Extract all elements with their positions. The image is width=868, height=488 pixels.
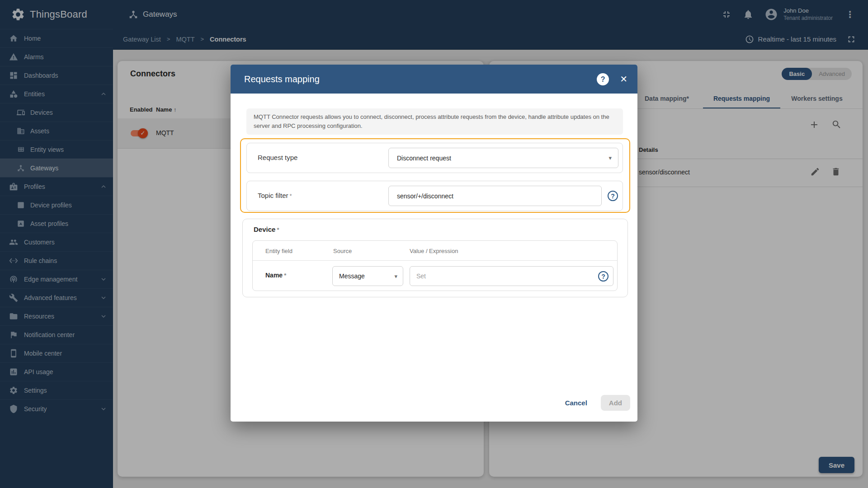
value-expression-input[interactable]	[411, 272, 598, 280]
device-section: Device* Entity field Source Value / Expr…	[242, 219, 628, 297]
request-type-card: Request type Disconnect request ▾	[246, 143, 623, 173]
device-name-row: Name* Message ▾ ?	[253, 261, 617, 291]
request-type-value: Disconnect request	[397, 155, 451, 162]
column-source: Source	[333, 248, 352, 254]
required-marker: *	[277, 226, 279, 233]
topic-filter-input[interactable]	[388, 186, 602, 206]
column-entity-field: Entity field	[265, 248, 292, 254]
device-table-header: Entity field Source Value / Expression	[253, 241, 617, 261]
request-type-label: Request type	[258, 154, 297, 161]
dialog-header: Requests mapping ? ✕	[231, 65, 637, 94]
entity-field-name-label: Name*	[265, 272, 286, 279]
value-expression-field: ?	[410, 266, 613, 286]
required-marker: *	[284, 272, 286, 279]
topic-filter-card: Topic filter* ?	[246, 181, 623, 211]
column-value-expression: Value / Expression	[410, 248, 458, 254]
device-section-label: Device*	[254, 225, 279, 233]
dialog-info-text: MQTT Connector requests allows you to co…	[246, 108, 623, 135]
dialog-footer: Cancel Add	[560, 395, 630, 411]
device-table: Entity field Source Value / Expression N…	[252, 240, 618, 291]
dropdown-caret-icon: ▾	[394, 273, 397, 280]
topic-filter-label: Topic filter*	[258, 192, 292, 199]
help-icon[interactable]: ?	[597, 73, 609, 85]
dialog-title: Requests mapping	[244, 74, 320, 84]
cancel-button[interactable]: Cancel	[560, 395, 593, 410]
requests-mapping-dialog: Requests mapping ? ✕ MQTT Connector requ…	[231, 65, 637, 422]
add-button[interactable]: Add	[601, 395, 630, 411]
value-expression-help-icon[interactable]: ?	[598, 271, 609, 282]
close-icon[interactable]: ✕	[620, 75, 627, 84]
topic-filter-help-icon[interactable]: ?	[608, 191, 618, 201]
request-type-select[interactable]: Disconnect request ▾	[388, 148, 618, 168]
dropdown-caret-icon: ▾	[609, 155, 612, 161]
required-marker: *	[290, 192, 292, 199]
source-select[interactable]: Message ▾	[332, 266, 403, 286]
dialog-header-actions: ? ✕	[597, 73, 627, 85]
source-value: Message	[339, 272, 365, 280]
